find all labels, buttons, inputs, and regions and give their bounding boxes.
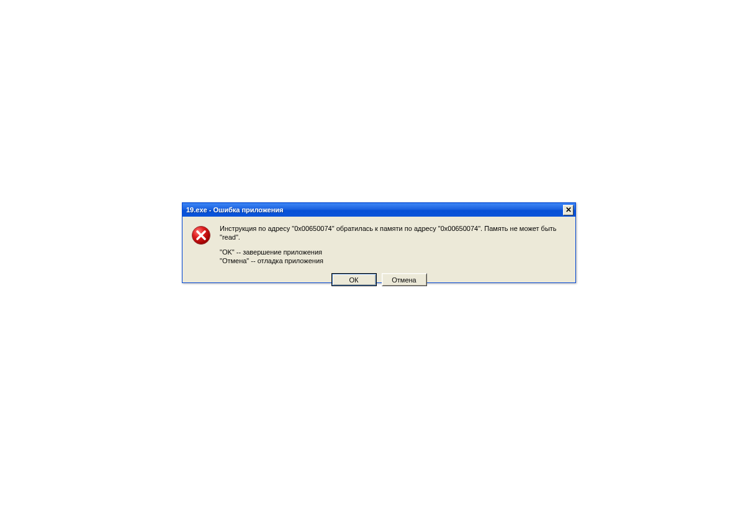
message-line-2: "OK" -- завершение приложения [220,248,567,256]
button-row: ОК Отмена [182,269,575,292]
content-area: Инструкция по адресу "0x00650074" обрати… [182,217,575,269]
ok-button[interactable]: ОК [331,273,377,286]
close-button[interactable]: ✕ [563,205,574,215]
titlebar[interactable]: 19.exe - Ошибка приложения ✕ [182,203,575,217]
message-line-1: Инструкция по адресу "0x00650074" обрати… [220,224,567,241]
error-icon [191,225,211,245]
cancel-button[interactable]: Отмена [382,273,427,286]
message-line-3: "Отмена" -- отладка приложения [220,256,567,265]
window-title: 19.exe - Ошибка приложения [186,206,284,214]
close-icon: ✕ [565,206,572,214]
error-dialog: 19.exe - Ошибка приложения ✕ Инструкц [182,202,576,283]
message-block: Инструкция по адресу "0x00650074" обрати… [220,224,567,265]
